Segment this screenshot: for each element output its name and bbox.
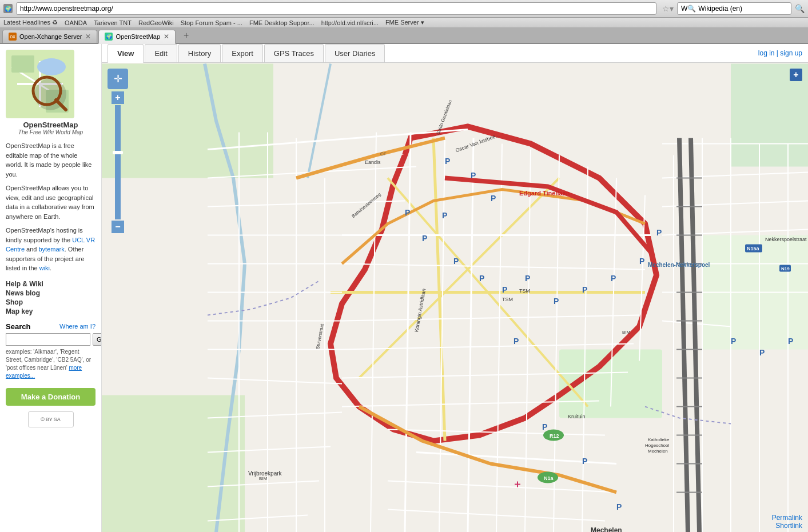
sidebar: OpenStreetMap The Free Wiki World Map Op…	[0, 44, 102, 532]
bytemark-link[interactable]: bytemark	[39, 246, 65, 253]
donate-button[interactable]: Make a Donation	[6, 388, 95, 406]
svg-text:Eandis: Eandis	[365, 159, 381, 165]
svg-text:Hogeschool: Hogeschool	[645, 443, 669, 448]
where-am-i-link[interactable]: Where am I?	[59, 323, 95, 330]
svg-text:Edgard Tinellaan: Edgard Tinellaan	[519, 190, 570, 197]
bookmark-star-icon[interactable]: ☆▾	[662, 4, 674, 13]
svg-text:P: P	[542, 422, 547, 431]
zoom-slider-thumb	[113, 151, 123, 154]
svg-text:P: P	[525, 274, 530, 283]
login-link[interactable]: log in	[758, 49, 775, 57]
svg-text:CF: CF	[380, 151, 387, 157]
sidebar-search: Search Where am I? Go examples: 'Alkmaar…	[6, 322, 95, 380]
url-bar[interactable]: http://www.openstreetmap.org/	[16, 2, 656, 15]
svg-text:P: P	[582, 285, 587, 294]
svg-text:P: P	[788, 337, 793, 346]
new-tab-button[interactable]: +	[179, 28, 193, 43]
tab-osm[interactable]: 🌍 OpenStreetMap ✕	[98, 30, 176, 44]
sidebar-desc-2: OpenStreetMap allows you to view, edit a…	[6, 183, 95, 221]
svg-text:Mechelen-Nekkerspoel: Mechelen-Nekkerspoel	[648, 262, 710, 268]
search-title: Search	[6, 322, 30, 331]
svg-point-6	[37, 58, 66, 75]
permalink-link[interactable]: Permalink	[772, 514, 802, 522]
sidebar-description: OpenStreetMap is a free editable map of …	[6, 141, 95, 273]
osm-nav-right: log in | sign up	[758, 49, 802, 57]
search-go-button[interactable]: Go	[93, 333, 102, 346]
svg-text:Nekkerspoelstraat: Nekkerspoelstraat	[765, 237, 807, 242]
pan-control[interactable]: ✛	[108, 69, 128, 89]
search-input[interactable]	[6, 333, 90, 346]
zoom-slider[interactable]	[115, 105, 121, 219]
svg-text:P: P	[442, 211, 447, 220]
osm-tab-view[interactable]: View	[108, 44, 144, 63]
sidebar-logo: OpenStreetMap The Free Wiki World Map	[6, 50, 95, 135]
more-examples-link[interactable]: more examples...	[6, 365, 82, 379]
url-text: http://www.openstreetmap.org/	[20, 5, 113, 13]
browser-chrome: 🌍 http://www.openstreetmap.org/ ☆▾ W🔍 Wi…	[0, 0, 808, 44]
tab-favicon-osm: 🌍	[105, 33, 113, 41]
sidebar-link-shop[interactable]: Shop	[6, 298, 95, 306]
svg-text:P: P	[479, 274, 484, 283]
cc-icon: ©BYSA	[28, 411, 74, 427]
sidebar-link-mapkey[interactable]: Map key	[6, 307, 95, 315]
map-zoom-plus-tr[interactable]: +	[790, 69, 802, 81]
svg-text:TSM: TSM	[502, 297, 513, 302]
osm-logo-title: OpenStreetMap	[6, 121, 95, 129]
search-bar-label: Wikipedia (en)	[698, 5, 742, 13]
map-controls: ✛ + −	[108, 69, 128, 233]
sidebar-link-help[interactable]: Help & Wiki	[6, 280, 95, 288]
svg-text:P: P	[422, 234, 427, 243]
tab-label-oxchange: Open-Xchange Server	[19, 33, 82, 40]
svg-text:P: P	[656, 228, 662, 237]
browser-search-bar[interactable]: W🔍 Wikipedia (en)	[677, 2, 791, 15]
wiki-link[interactable]: wiki	[39, 265, 50, 271]
svg-text:N15a: N15a	[747, 246, 760, 251]
search-header: Search Where am I?	[6, 322, 95, 331]
tab-oxchange[interactable]: ox Open-Xchange Server ✕	[2, 30, 97, 43]
bookmark-oanda[interactable]: OANDA	[65, 19, 87, 26]
tab-label-osm: OpenStreetMap	[116, 33, 160, 40]
sidebar-desc-3-mid: and	[25, 246, 38, 253]
sidebar-link-news[interactable]: News blog	[6, 289, 95, 297]
sidebar-desc-3-prefix: OpenStreetMap's hosting is kindly suppor…	[6, 227, 83, 243]
creative-commons-badge: ©BYSA	[6, 411, 95, 427]
bookmark-old-vid[interactable]: http://old.vid.nl/scri...	[321, 19, 379, 26]
svg-text:N19: N19	[781, 266, 790, 271]
zoom-bar-container: + −	[112, 91, 124, 233]
sidebar-links: Help & Wiki News blog Shop Map key	[6, 280, 95, 315]
tab-close-osm[interactable]: ✕	[164, 33, 169, 41]
svg-text:P: P	[491, 194, 496, 203]
svg-text:P: P	[611, 274, 616, 283]
osm-tab-gps-traces[interactable]: GPS Traces	[264, 44, 324, 62]
bookmark-redgeowiki[interactable]: RedGeoWiki	[138, 19, 174, 26]
bookmark-fme-desktop[interactable]: FME Desktop Suppor...	[249, 19, 315, 26]
search-go-icon[interactable]: 🔍	[795, 4, 805, 13]
tab-favicon-oxchange: ox	[9, 33, 17, 41]
signup-link[interactable]: sign up	[780, 49, 802, 57]
svg-text:N1a: N1a	[544, 475, 554, 481]
osm-tab-edit[interactable]: Edit	[145, 44, 177, 62]
bookmark-fme-server[interactable]: FME Server ▾	[385, 19, 424, 26]
osm-tab-user-diaries[interactable]: User Diaries	[325, 44, 385, 62]
zoom-out-button[interactable]: −	[112, 221, 124, 233]
svg-text:P: P	[554, 297, 559, 306]
tab-close-oxchange[interactable]: ✕	[85, 33, 91, 41]
shortlink-link[interactable]: Shortlink	[772, 522, 802, 530]
bookmark-tarieven-tnt[interactable]: Tarieven TNT	[94, 19, 132, 26]
sidebar-desc-1: OpenStreetMap is a free editable map of …	[6, 141, 95, 179]
osm-tab-export[interactable]: Export	[222, 44, 263, 62]
svg-text:P: P	[759, 348, 765, 357]
svg-text:Mechelen: Mechelen	[648, 449, 668, 454]
svg-text:P: P	[639, 257, 644, 266]
browser-favicon: 🌍	[3, 4, 13, 13]
svg-text:R12: R12	[550, 433, 559, 439]
bookmarks-bar: Latest Headlines ♻ OANDA Tarieven TNT Re…	[0, 18, 808, 28]
svg-text:P: P	[445, 157, 450, 166]
map-container[interactable]: P P P P P P P P P P P P P P P P P	[102, 63, 808, 532]
map-permalink: Permalink Shortlink	[772, 514, 802, 530]
zoom-in-button[interactable]: +	[112, 91, 124, 104]
bookmark-latest-headlines[interactable]: Latest Headlines ♻	[3, 19, 58, 26]
bookmark-stop-forum-spam[interactable]: Stop Forum Spam - ...	[181, 19, 242, 26]
osm-nav: View Edit History Export GPS Traces User…	[102, 44, 808, 63]
osm-tab-history[interactable]: History	[178, 44, 221, 62]
